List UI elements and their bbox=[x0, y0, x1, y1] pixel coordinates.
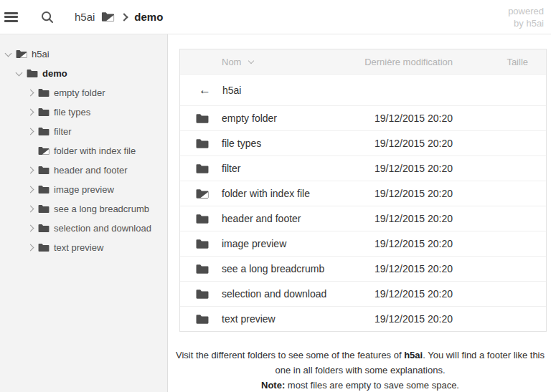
folder-icon bbox=[196, 113, 209, 124]
chevron-right-glyph bbox=[27, 128, 34, 135]
folder-icon bbox=[38, 107, 50, 117]
column-header-size[interactable]: Taille bbox=[453, 57, 546, 67]
file-name-cell: filter bbox=[180, 163, 338, 174]
chevron-right-glyph bbox=[27, 225, 34, 232]
hamburger-bar bbox=[4, 12, 18, 14]
chevron-down-icon[interactable] bbox=[3, 53, 14, 56]
file-row-file-types[interactable]: file types19/12/2015 20:20 bbox=[180, 130, 546, 156]
chevron-right-icon[interactable] bbox=[25, 226, 36, 231]
chevron-right-icon[interactable] bbox=[25, 168, 36, 173]
chevron-down-icon bbox=[248, 57, 254, 63]
chevron-right-glyph bbox=[27, 109, 34, 116]
chevron-right-icon[interactable] bbox=[25, 110, 36, 115]
chevron-right-icon[interactable] bbox=[25, 129, 36, 134]
folder-icon bbox=[38, 127, 50, 136]
folder-icon bbox=[196, 289, 209, 300]
file-modified-cell: 19/12/2015 20:20 bbox=[338, 313, 453, 325]
folder-icon bbox=[196, 314, 209, 325]
footer-note-line1: Visit the different folders to see some … bbox=[171, 348, 550, 378]
footer-note-line2: Note: most files are empty to save some … bbox=[171, 378, 550, 392]
folder-icon bbox=[38, 88, 50, 97]
chevron-right-glyph bbox=[27, 206, 34, 213]
tree-item-label: demo bbox=[42, 68, 67, 79]
breadcrumb-root[interactable]: h5ai bbox=[75, 11, 95, 23]
file-name-label: text preview bbox=[222, 313, 276, 325]
parent-directory-row[interactable]: ← h5ai bbox=[180, 74, 546, 105]
breadcrumb: h5ai demo bbox=[75, 11, 163, 23]
footer-note-bold-text: Note: bbox=[261, 380, 285, 391]
file-name-label: filter bbox=[222, 163, 240, 174]
tree-item-demo[interactable]: demo bbox=[0, 64, 167, 83]
tree-item-label: file types bbox=[54, 107, 90, 118]
file-name-cell: selection and download bbox=[180, 288, 338, 300]
tree-item-label: folder with index file bbox=[54, 145, 136, 156]
file-modified-cell: 19/12/2015 20:20 bbox=[338, 138, 453, 149]
folder-icon bbox=[196, 264, 209, 274]
sidebar-tree: h5aidemoempty folderfile typesfilterfold… bbox=[0, 34, 168, 392]
file-row-folder-with-index-file[interactable]: folder with index file19/12/2015 20:20 bbox=[180, 181, 546, 206]
column-header-name-label: Nom bbox=[222, 57, 241, 67]
chevron-down-glyph bbox=[16, 69, 23, 76]
footer-note-text: Visit the different folders to see some … bbox=[176, 350, 404, 360]
file-modified-cell: 19/12/2015 20:20 bbox=[338, 238, 453, 249]
tree-item-label: filter bbox=[54, 126, 72, 137]
tree-item-label: empty folder bbox=[54, 87, 105, 98]
tree-item-label: header and footer bbox=[54, 165, 128, 176]
folder-icon bbox=[38, 204, 50, 214]
folder-icon bbox=[27, 69, 38, 78]
folder-page-icon bbox=[16, 49, 27, 59]
chevron-right-icon[interactable] bbox=[25, 90, 36, 95]
column-header-name[interactable]: Nom bbox=[180, 57, 338, 67]
folder-icon bbox=[196, 138, 209, 149]
column-header-modified[interactable]: Dernière modification bbox=[338, 57, 453, 67]
folder-icon bbox=[38, 224, 50, 233]
tree-item-text-preview[interactable]: text preview bbox=[0, 238, 167, 257]
file-row-header-and-footer[interactable]: header and footer19/12/2015 20:20 bbox=[180, 206, 546, 231]
file-name-cell: see a long breadcrumb bbox=[180, 263, 338, 274]
search-icon[interactable] bbox=[40, 10, 55, 24]
folder-icon bbox=[38, 243, 50, 252]
tree-item-file-types[interactable]: file types bbox=[0, 102, 167, 122]
tree-item-image-preview[interactable]: image preview bbox=[0, 180, 167, 199]
file-row-selection-and-download[interactable]: selection and download19/12/2015 20:20 bbox=[180, 281, 546, 306]
tree-item-see-a-long-breadcrumb[interactable]: see a long breadcrumb bbox=[0, 199, 167, 219]
file-name-cell: text preview bbox=[180, 313, 338, 325]
breadcrumb-current[interactable]: demo bbox=[134, 11, 163, 23]
topbar: h5ai demo powered by h5ai bbox=[0, 0, 551, 34]
tree-item-selection-and-download[interactable]: selection and download bbox=[0, 219, 167, 238]
tree-item-empty-folder[interactable]: empty folder bbox=[0, 83, 167, 102]
file-row-filter[interactable]: filter19/12/2015 20:20 bbox=[180, 156, 546, 181]
powered-by-link[interactable]: powered by h5ai bbox=[508, 5, 544, 29]
chevron-right-glyph bbox=[27, 90, 34, 97]
main-layout: h5aidemoempty folderfile typesfilterfold… bbox=[0, 34, 551, 392]
tree-list: h5aidemoempty folderfile typesfilterfold… bbox=[0, 44, 167, 257]
chevron-right-icon[interactable] bbox=[25, 206, 36, 211]
tree-item-header-and-footer[interactable]: header and footer bbox=[0, 161, 167, 180]
tree-item-folder-with-index-file[interactable]: folder with index file bbox=[0, 141, 167, 161]
file-row-empty-folder[interactable]: empty folder19/12/2015 20:20 bbox=[180, 105, 546, 130]
file-row-see-a-long-breadcrumb[interactable]: see a long breadcrumb19/12/2015 20:20 bbox=[180, 256, 546, 281]
file-name-label: file types bbox=[222, 138, 261, 149]
hamburger-bar bbox=[4, 20, 18, 22]
file-name-cell: header and footer bbox=[180, 213, 338, 224]
file-row-text-preview[interactable]: text preview19/12/2015 20:20 bbox=[180, 306, 546, 331]
file-listing-table: Nom Dernière modification Taille ← h5ai … bbox=[179, 49, 547, 332]
chevron-right-icon[interactable] bbox=[25, 187, 36, 192]
chevron-right-glyph bbox=[27, 167, 34, 174]
file-name-cell: folder with index file bbox=[180, 188, 338, 199]
chevron-right-glyph bbox=[27, 186, 34, 193]
tree-item-filter[interactable]: filter bbox=[0, 122, 167, 141]
chevron-right-icon[interactable] bbox=[25, 245, 36, 250]
tree-item-h5ai[interactable]: h5ai bbox=[0, 44, 167, 64]
tree-item-label: text preview bbox=[54, 242, 103, 253]
hamburger-icon[interactable] bbox=[4, 12, 18, 22]
powered-by-line2: by h5ai bbox=[508, 17, 544, 29]
file-row-image-preview[interactable]: image preview19/12/2015 20:20 bbox=[180, 231, 546, 256]
arrow-left-icon: ← bbox=[199, 83, 211, 97]
chevron-down-icon[interactable] bbox=[14, 72, 24, 75]
file-name-cell: empty folder bbox=[180, 113, 338, 124]
file-modified-cell: 19/12/2015 20:20 bbox=[338, 213, 453, 224]
file-modified-cell: 19/12/2015 20:20 bbox=[338, 288, 453, 300]
table-header-row: Nom Dernière modification Taille bbox=[180, 49, 546, 74]
parent-directory-label: h5ai bbox=[222, 85, 241, 96]
